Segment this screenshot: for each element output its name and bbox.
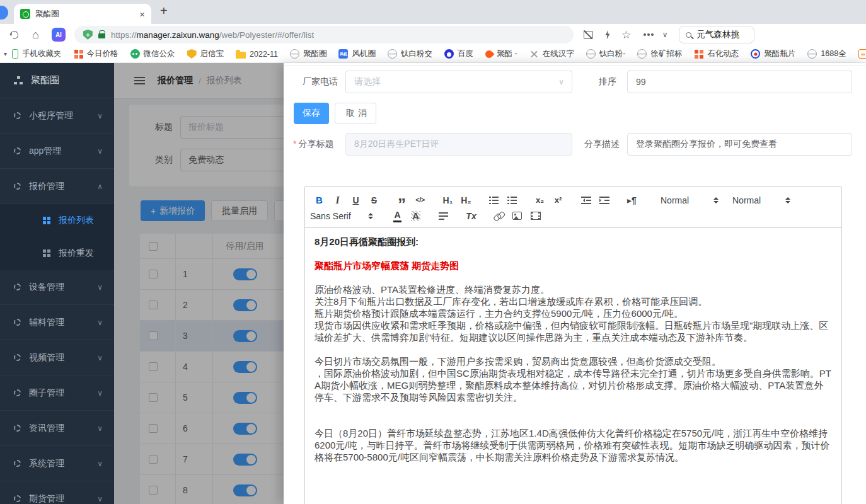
sidebar-item-quote[interactable]: 报价管理 ∧ [0,169,114,204]
adblock-shield-icon[interactable]: + [83,30,93,40]
bookmark-item[interactable]: 1688全 [807,49,846,59]
bookmarks-collapse-icon[interactable]: ▾ [4,50,7,57]
subscript-button[interactable]: x₂ [531,193,549,208]
clean-format-button[interactable]: Tx [462,209,480,224]
bookmark-fan-icon [338,49,348,59]
bookmark-item[interactable]: 手机收藏夹 [12,49,62,59]
bookmark-item[interactable]: 生意宝 - [858,49,866,59]
strike-button[interactable]: S [365,193,383,208]
bookmark-cross-icon [529,49,539,59]
browser-tab[interactable]: 聚酯圈 × [14,4,151,24]
italic-button[interactable]: I [328,193,347,208]
url-path: /web/Polyester/#/offer/list [219,30,315,40]
browser-search-box[interactable]: 元气森林挑 [679,26,754,43]
chevron-icon: ∨ [97,112,103,120]
bold-button[interactable]: B [310,193,328,208]
bookmark-item[interactable]: 在线汉字 [529,49,574,59]
background-color-button[interactable]: A [407,209,425,224]
sidebar-item-system[interactable]: 系统管理 ∨ [0,446,114,481]
more-menu-icon[interactable] [644,33,646,36]
ai-assistant-icon[interactable]: AI [52,28,66,42]
sort-input[interactable]: 99 [627,71,852,93]
editor-paragraph: 原油价格波动、PTA装置检修进度、终端消费复苏力度。 [315,284,832,295]
image-button[interactable] [508,209,526,224]
size-picker-label: Normal [661,195,689,205]
text-color-button[interactable]: A [388,209,407,224]
editor-content[interactable]: 8月20日再循聚酯圈报到: 聚酯瓶片市场窄幅震荡 期货走势图 原油价格波动、PT… [305,228,841,504]
superscript-button[interactable]: x² [549,193,567,208]
flash-icon[interactable] [604,30,611,40]
sidebar-item-video[interactable]: 视频管理 ∨ [0,340,114,375]
sidebar-item-quote-list[interactable]: 报价列表 [0,204,114,237]
sidebar-item-futures[interactable]: 期货管理 ∨ [0,481,114,504]
ordered-list-button[interactable] [485,193,503,208]
share-desc-input[interactable]: 登录聚酯圈分享报价，即可免费查看 [627,133,852,156]
sidebar-item-accessory[interactable]: 辅料管理 ∨ [0,305,114,340]
toolbar-chevron-icon[interactable]: ∨ [662,30,668,39]
outdent-button[interactable] [577,193,595,208]
bookmark-label: 聚酯瓶片 [764,49,795,59]
bookmark-label: 钛白粉交 [401,49,432,59]
bookmark-label: 徐矿招标 [650,49,682,59]
bookmark-baidu-icon [444,49,454,59]
sidebar-item-label: 报价管理 [29,181,64,192]
bookmark-item[interactable]: 2022-11 [236,50,278,59]
tab-close-icon[interactable]: × [139,9,145,20]
reload-icon[interactable] [9,29,20,40]
header-1-button[interactable]: H₁ [439,193,457,208]
menu-icon [14,112,21,119]
chevron-icon: ∨ [97,147,103,156]
menu-icon [14,183,21,190]
bookmark-item[interactable]: 聚酯圈 [290,49,327,59]
size-picker[interactable]: Normal [661,195,719,206]
bookmark-label: 今日价格 [87,49,118,59]
bookmark-item[interactable]: 聚酯瓶片 [751,49,795,59]
sidebar-item-miniprogram[interactable]: 小程序管理 ∨ [0,98,114,134]
tab-title: 聚酯圈 [35,9,134,20]
bookmark-item[interactable]: 风机圈 [338,49,376,59]
sidebar-item-quote-resend[interactable]: 报价重发 [0,237,114,270]
header-2-button[interactable]: H₂ [457,193,475,208]
address-bar[interactable]: + https://manager.zaixun.wang/web/Polyes… [74,26,574,43]
code-block-button[interactable]: </> [411,193,429,208]
favorite-star-icon[interactable]: ☆ [621,30,631,40]
sidebar-item-circle[interactable]: 圈子管理 ∨ [0,375,114,411]
profile-avatar[interactable] [0,6,8,20]
sidebar-item-device[interactable]: 设备管理 ∨ [0,270,114,305]
image-block-icon[interactable] [584,31,593,39]
bookmark-item[interactable]: 徐矿招标 [637,49,682,59]
sidebar-item-app[interactable]: app管理 ∨ [0,134,114,169]
picker-arrows-icon [368,210,373,222]
blockquote-button[interactable]: ” [393,193,411,208]
chevron-icon: ∨ [97,283,103,292]
direction-button[interactable]: ▸¶ [623,193,641,208]
bookmark-item[interactable]: 启信宝 [187,49,224,59]
factory-phone-select[interactable]: 请选择 ∨ [345,71,572,93]
align-button[interactable] [434,209,453,224]
bookmark-target-icon [751,49,760,59]
bookmark-item[interactable]: 聚酯 - [485,49,517,59]
new-tab-button[interactable]: + [160,4,168,18]
sidebar-brand[interactable]: 聚酯圈 [0,63,114,98]
share-title-input[interactable]: 8月20日再生PET日评 [345,133,572,156]
indent-button[interactable] [595,193,613,208]
video-button[interactable] [526,209,545,224]
bookmark-item[interactable]: 微信公众 [130,49,175,59]
menu-icon [14,147,21,154]
sidebar-item-news[interactable]: 资讯管理 ∨ [0,411,114,446]
save-button[interactable]: 保存 [294,103,329,124]
bookmark-item[interactable]: 今日价格 [74,49,118,59]
cancel-button[interactable]: 取消 [335,103,376,124]
bookmark-item[interactable]: 钛白粉交 [388,49,432,59]
bookmarks-list: 手机收藏夹 今日价格 微信公众 启信宝 [12,49,866,59]
underline-button[interactable]: U [347,193,365,208]
bookmark-item[interactable]: 钛白粉- [586,49,626,59]
font-picker[interactable]: Sans Serif [310,210,373,222]
bullet-list-button[interactable] [503,193,521,208]
bookmark-item[interactable]: 石化动态 [694,49,739,59]
home-icon[interactable]: ⌂ [32,29,39,40]
picker-arrows-icon [713,195,719,206]
link-button[interactable] [490,209,508,224]
bookmark-item[interactable]: 百度 [444,49,473,59]
heading-picker[interactable]: Normal [732,195,790,206]
